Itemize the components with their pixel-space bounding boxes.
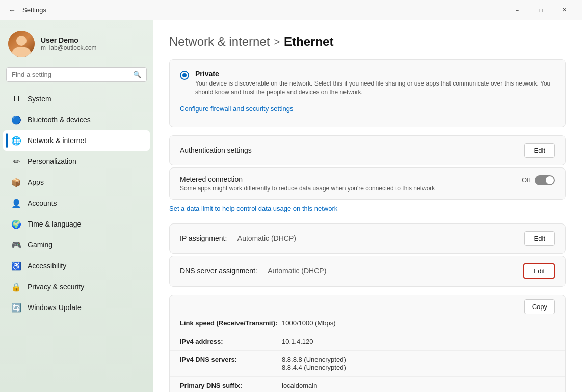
network-icon: 🌐 [11, 135, 21, 146]
sidebar-item-label: Time & language [28, 220, 81, 228]
accessibility-icon: ♿ [11, 261, 21, 271]
user-email: m_lab@outlook.com [41, 44, 97, 51]
info-row: Link speed (Receive/Transmit): 1000/1000… [170, 314, 565, 332]
sidebar-item-label: Windows Update [28, 303, 82, 312]
copy-button[interactable]: Copy [524, 299, 555, 314]
titlebar: ← Settings − □ ✕ [0, 0, 582, 20]
sidebar-item-label: Apps [28, 178, 44, 186]
back-button[interactable]: ← [6, 4, 18, 16]
network-info-section: Copy Link speed (Receive/Transmit): 1000… [169, 295, 566, 392]
auth-label: Authentication settings [180, 146, 252, 154]
search-icon: 🔍 [133, 71, 141, 78]
sidebar-item-label: Network & internet [28, 136, 86, 145]
maximize-button[interactable]: □ [529, 0, 552, 20]
page-header: Network & internet > Ethernet [153, 20, 582, 59]
sidebar-item-accessibility[interactable]: ♿ Accessibility [3, 256, 150, 276]
back-icon: ← [9, 6, 16, 14]
minimize-icon: − [516, 7, 519, 13]
minimize-button[interactable]: − [506, 0, 529, 20]
search-box: 🔍 [6, 67, 147, 82]
sidebar-item-label: Privacy & security [28, 283, 84, 291]
sidebar-item-accounts[interactable]: 👤 Accounts [3, 193, 150, 213]
sidebar-item-network[interactable]: 🌐 Network & internet [3, 130, 150, 151]
breadcrumb: Network & internet > Ethernet [169, 35, 566, 49]
windows_update-icon: 🔄 [11, 302, 21, 313]
privacy-icon: 🔒 [11, 282, 21, 292]
auth-edit-button[interactable]: Edit [524, 143, 555, 158]
private-radio[interactable] [180, 71, 189, 80]
info-row: Primary DNS suffix: localdomain [170, 377, 565, 392]
personalization-icon: ✏ [11, 156, 21, 166]
metered-description: Some apps might work differently to redu… [180, 185, 522, 192]
sidebar-item-apps[interactable]: 📦 Apps [3, 172, 150, 192]
dns-value: Automatic (DHCP) [268, 267, 326, 275]
info-label: IPv4 address: [180, 338, 282, 345]
auth-settings-row: Authentication settings Edit [169, 135, 566, 165]
time-icon: 🌍 [11, 219, 21, 229]
bluetooth-icon: 🔵 [11, 115, 21, 125]
ip-edit-button[interactable]: Edit [524, 231, 555, 246]
info-row: IPv4 address: 10.1.4.120 [170, 332, 565, 351]
app-container: User Demo m_lab@outlook.com 🔍 🖥 System 🔵… [0, 20, 582, 392]
user-name: User Demo [41, 36, 97, 44]
app-title: Settings [22, 6, 506, 14]
firewall-link[interactable]: Configure firewall and security settings [180, 105, 294, 113]
metered-label: Metered connection [180, 175, 522, 183]
breadcrumb-current: Ethernet [284, 35, 333, 49]
info-value: 10.1.4.120 [282, 338, 313, 345]
user-profile: User Demo m_lab@outlook.com [0, 20, 153, 65]
window-controls: − □ ✕ [506, 0, 576, 20]
close-button[interactable]: ✕ [552, 0, 576, 20]
user-info: User Demo m_lab@outlook.com [41, 36, 97, 51]
maximize-icon: □ [539, 7, 543, 13]
sidebar-item-system[interactable]: 🖥 System [3, 89, 150, 109]
sidebar-item-windows_update[interactable]: 🔄 Windows Update [3, 297, 150, 318]
sidebar-item-label: Bluetooth & devices [28, 116, 91, 124]
apps-icon: 📦 [11, 177, 21, 187]
sidebar-item-gaming[interactable]: 🎮 Gaming [3, 235, 150, 255]
toggle-label: Off [522, 176, 531, 184]
sidebar-item-label: Personalization [28, 157, 76, 165]
info-value: 8.8.8.8 (Unencrypted) 8.8.4.4 (Unencrypt… [282, 356, 346, 371]
content-area: Network & internet > Ethernet Private Yo… [153, 20, 582, 392]
sidebar-item-time[interactable]: 🌍 Time & language [3, 214, 150, 234]
sidebar-item-bluetooth[interactable]: 🔵 Bluetooth & devices [3, 109, 150, 130]
close-icon: ✕ [562, 7, 567, 13]
ip-label: IP assignment: [180, 234, 227, 242]
dns-label: DNS server assignment: [180, 267, 257, 275]
info-value: 1000/1000 (Mbps) [282, 319, 336, 327]
system-icon: 🖥 [11, 94, 21, 104]
sidebar-item-privacy[interactable]: 🔒 Privacy & security [3, 276, 150, 297]
private-section: Private Your device is discoverable on t… [169, 59, 566, 127]
private-label: Private [195, 70, 555, 78]
sidebar-item-label: Accounts [28, 199, 57, 207]
info-row: IPv4 DNS servers: 8.8.8.8 (Unencrypted) … [170, 351, 565, 377]
metered-toggle-container: Off [522, 175, 555, 185]
private-option-text: Private Your device is discoverable on t… [195, 70, 555, 97]
gaming-icon: 🎮 [11, 240, 21, 250]
search-container: 🔍 [0, 65, 153, 88]
metered-toggle[interactable] [535, 175, 555, 185]
data-limit-link[interactable]: Set a data limit to help control data us… [169, 205, 566, 212]
info-label: IPv4 DNS servers: [180, 356, 282, 363]
info-value: localdomain [282, 382, 317, 389]
info-label: Link speed (Receive/Transmit): [180, 319, 282, 327]
sidebar-item-personalization[interactable]: ✏ Personalization [3, 151, 150, 172]
private-radio-option[interactable]: Private Your device is discoverable on t… [180, 68, 555, 99]
dns-edit-button[interactable]: Edit [523, 263, 555, 279]
sidebar-item-label: System [28, 95, 51, 103]
sidebar-item-label: Accessibility [28, 262, 66, 270]
nav-list: 🖥 System 🔵 Bluetooth & devices 🌐 Network… [0, 88, 153, 318]
search-input[interactable] [12, 71, 129, 78]
avatar [8, 31, 35, 57]
ip-assignment-text: IP assignment: Automatic (DHCP) [180, 234, 296, 243]
sidebar: User Demo m_lab@outlook.com 🔍 🖥 System 🔵… [0, 20, 153, 392]
private-description: Your device is discoverable on the netwo… [195, 79, 555, 97]
metered-text: Metered connection Some apps might work … [180, 175, 522, 192]
info-label: Primary DNS suffix: [180, 382, 282, 389]
accounts-icon: 👤 [11, 198, 21, 208]
info-rows: Link speed (Receive/Transmit): 1000/1000… [170, 314, 565, 392]
dns-assignment-text: DNS server assignment: Automatic (DHCP) [180, 266, 326, 275]
content-body: Private Your device is discoverable on t… [153, 59, 582, 392]
ip-value: Automatic (DHCP) [237, 234, 296, 242]
